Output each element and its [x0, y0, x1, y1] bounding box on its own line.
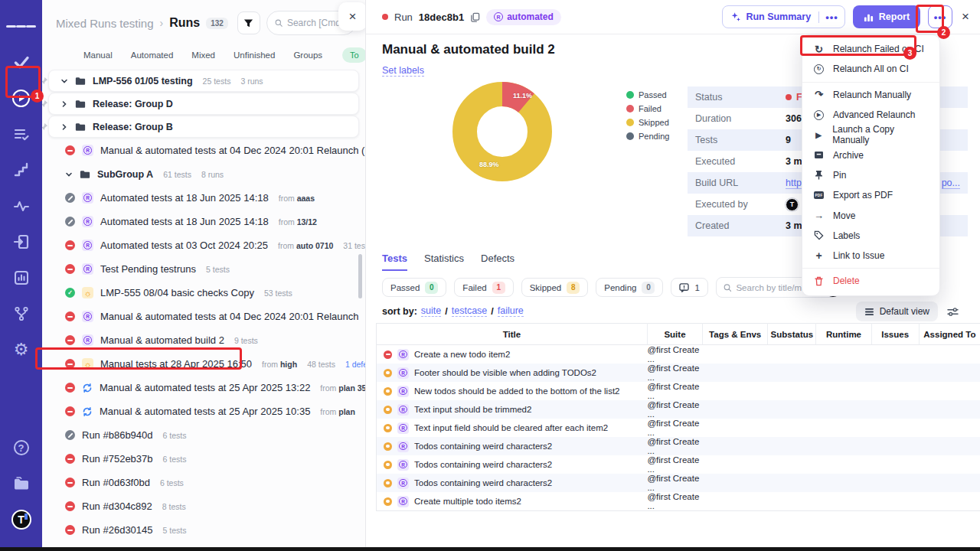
- run-group-row[interactable]: Release: Group D: [48, 93, 359, 115]
- run-row[interactable]: ☼Manual tests at 28 Apr 2025 16:50from h…: [42, 352, 365, 376]
- column-header-substatus[interactable]: Substatus: [768, 324, 816, 345]
- gear-icon[interactable]: ⚙: [6, 334, 37, 365]
- runs-list-icon[interactable]: [6, 119, 37, 149]
- run-row[interactable]: Run #b86b940d6 tests: [42, 423, 365, 447]
- menu-item-relaunch-all-on-ci[interactable]: ↻Relaunch All on CI: [802, 59, 939, 79]
- runs-tab-unfinished[interactable]: Unfinished: [234, 51, 275, 60]
- runs-tab-groups[interactable]: Groups: [293, 51, 322, 60]
- column-header-suite[interactable]: Suite: [647, 324, 702, 345]
- check-icon[interactable]: [6, 47, 37, 77]
- play-circle-icon[interactable]: [6, 83, 37, 113]
- copy-icon[interactable]: [470, 12, 480, 22]
- runs-tab-automated[interactable]: Automated: [131, 51, 174, 60]
- user-avatar[interactable]: T: [6, 504, 37, 535]
- test-row[interactable]: RTodos containing weird characters2@firs…: [377, 474, 980, 492]
- test-row[interactable]: RTodos containing weird characters2@firs…: [377, 455, 980, 474]
- run-row[interactable]: RAutomated tests at 18 Jun 2025 14:18fro…: [42, 210, 365, 233]
- test-row[interactable]: RNew todos should be added to the bottom…: [377, 382, 980, 400]
- menu-item-export-as-pdf[interactable]: PDFExport as PDF: [802, 185, 939, 205]
- column-header-issues[interactable]: Issues: [871, 324, 919, 345]
- column-header-title[interactable]: Title: [377, 324, 648, 345]
- run-row[interactable]: RTest Pending testruns5 tests: [42, 257, 365, 281]
- panel-scrollbar[interactable]: [358, 254, 362, 298]
- run-row[interactable]: Run #0d63f0bd6 tests: [42, 471, 365, 494]
- menu-item-launch-a-copy-manually[interactable]: ▶Launch a Copy Manually: [802, 125, 939, 145]
- sort-link-testcase[interactable]: testcase: [452, 305, 488, 317]
- legend-item-pending[interactable]: Pending: [626, 132, 669, 141]
- sort-link-suite[interactable]: suite: [421, 305, 441, 317]
- column-header-assigned-to[interactable]: Assigned To: [919, 324, 980, 345]
- legend-item-failed[interactable]: Failed: [626, 104, 669, 113]
- tab-tests[interactable]: Tests: [382, 253, 407, 271]
- report-button[interactable]: Report: [853, 5, 920, 28]
- run-summary-button[interactable]: Run Summary •••: [722, 5, 844, 28]
- run-group-row[interactable]: LMP-556 01/05 testing25 tests3 runs: [48, 70, 359, 92]
- chevron-right-icon[interactable]: [60, 100, 68, 108]
- breadcrumb-project[interactable]: Mixed Runs testing: [56, 17, 154, 30]
- menu-item-pin[interactable]: Pin: [802, 165, 939, 185]
- filter-pill-pending[interactable]: Pending0: [596, 278, 663, 297]
- filter-pill-passed[interactable]: Passed0: [382, 278, 446, 297]
- run-row[interactable]: RManual & automated tests at 04 Dec 2024…: [42, 139, 365, 162]
- test-row[interactable]: RText input should be trimmed2@first Cre…: [377, 400, 980, 419]
- chevron-down-icon[interactable]: [60, 77, 68, 85]
- run-row[interactable]: Run #752eb37b6 tests: [42, 447, 365, 471]
- run-row[interactable]: Manual & automated tests at 25 Apr 2025 …: [42, 399, 365, 423]
- test-row[interactable]: RTodos containing weird characters2@firs…: [377, 437, 980, 455]
- help-icon[interactable]: ?: [6, 432, 37, 463]
- legend-item-skipped[interactable]: Skipped: [626, 118, 669, 127]
- column-header-tags-envs[interactable]: Tags & Envs: [703, 324, 768, 345]
- chevron-down-icon[interactable]: [65, 171, 73, 178]
- pulse-icon[interactable]: [6, 191, 37, 221]
- runs-tab-manual[interactable]: Manual: [83, 51, 113, 60]
- menu-item-archive[interactable]: Archive: [802, 145, 939, 165]
- run-row[interactable]: ✓☼LMP-555 08/04 basic checks Copy53 test…: [42, 281, 365, 305]
- run-group-row[interactable]: SubGroup A61 tests8 runs: [42, 162, 365, 186]
- column-settings-icon[interactable]: [947, 307, 959, 317]
- test-row[interactable]: RCreate a new todo item2@first Create ..…: [377, 345, 980, 364]
- column-header-runtime[interactable]: Runtime: [816, 324, 871, 345]
- menu-icon[interactable]: [6, 11, 37, 41]
- menu-item-relaunch-manually[interactable]: ↷Relaunch Manually: [802, 85, 939, 105]
- run-row[interactable]: Manual & automated tests at 25 Apr 2025 …: [42, 376, 365, 399]
- test-row[interactable]: RText input field should be cleared afte…: [377, 419, 980, 437]
- run-row[interactable]: RAutomated tests at 03 Oct 2024 20:25fro…: [42, 233, 365, 257]
- test-row[interactable]: RCreate multiple todo items2@first Creat…: [377, 492, 980, 511]
- menu-item-relaunch-failed-on-ci[interactable]: ↻Relaunch Failed on CI: [802, 39, 939, 59]
- run-row[interactable]: RAutomated tests at 18 Jun 2025 14:18fro…: [42, 186, 365, 210]
- menu-item-advanced-relaunch[interactable]: ▶Advanced Relaunch: [802, 105, 939, 125]
- run-row[interactable]: Run #d304c8928 tests: [42, 494, 365, 518]
- run-summary-more[interactable]: •••: [818, 11, 844, 23]
- menu-item-move[interactable]: →Move: [802, 205, 939, 225]
- run-row[interactable]: RManual & automated tests at 04 Dec 2024…: [42, 305, 365, 328]
- build-url-link-2[interactable]: po...: [942, 178, 960, 189]
- run-group-row[interactable]: Release: Group B: [48, 116, 359, 138]
- menu-item-labels[interactable]: Labels: [802, 226, 939, 246]
- milestones-icon[interactable]: [6, 155, 37, 185]
- set-labels-link[interactable]: Set labels: [382, 65, 424, 77]
- today-pill[interactable]: To: [342, 47, 365, 63]
- filter-button[interactable]: [237, 11, 260, 34]
- chevron-right-icon[interactable]: [60, 123, 68, 131]
- tab-defects[interactable]: Defects: [481, 253, 514, 271]
- more-actions-button[interactable]: •••: [928, 5, 952, 28]
- menu-item-delete[interactable]: Delete: [802, 271, 939, 291]
- filter-pill-skipped[interactable]: Skipped8: [521, 278, 589, 297]
- branch-icon[interactable]: [6, 298, 37, 329]
- legend-item-passed[interactable]: Passed: [626, 90, 669, 99]
- tab-statistics[interactable]: Statistics: [424, 253, 464, 271]
- run-row[interactable]: RManual & automated build 29 tests: [42, 328, 365, 352]
- signin-icon[interactable]: [6, 227, 37, 257]
- analytics-icon[interactable]: [6, 262, 37, 293]
- projects-folder-icon[interactable]: [6, 468, 37, 499]
- test-row[interactable]: RFooter should be visible when adding TO…: [377, 364, 980, 382]
- default-view-button[interactable]: Default view: [856, 302, 938, 321]
- run-row[interactable]: Run #26d301455 tests: [42, 518, 365, 542]
- comments-filter-pill[interactable]: 1: [671, 278, 707, 297]
- menu-item-link-to-issue[interactable]: +Link to Issue: [802, 246, 939, 266]
- close-detail-icon[interactable]: ×: [962, 9, 969, 24]
- run-defects-count[interactable]: 1 defects: [345, 360, 365, 369]
- runs-tab-mixed[interactable]: Mixed: [191, 51, 215, 60]
- sort-link-failure[interactable]: failure: [498, 305, 524, 317]
- panel-close-button[interactable]: ×: [338, 2, 365, 31]
